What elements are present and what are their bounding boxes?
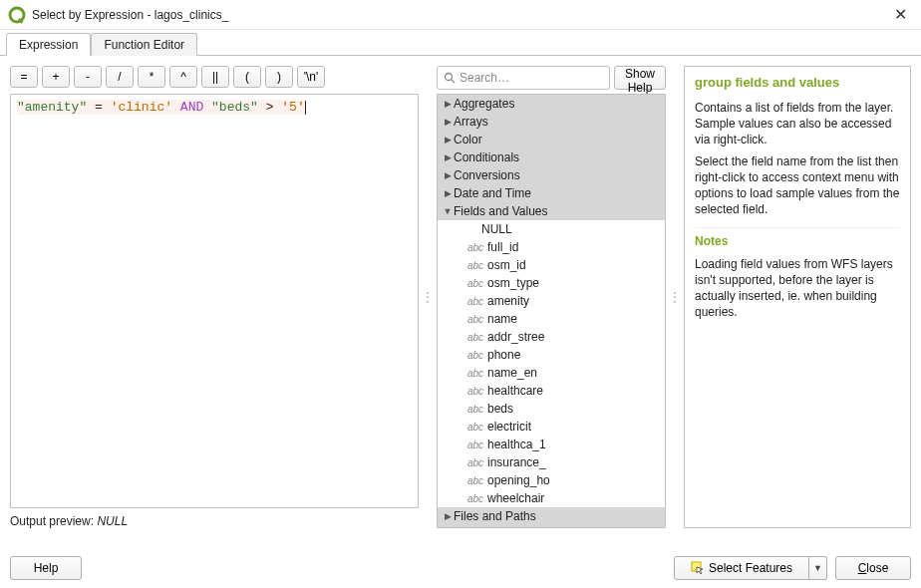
tree-field-item[interactable]: abcname bbox=[438, 310, 665, 328]
svg-line-3 bbox=[452, 80, 455, 83]
op-minus[interactable]: - bbox=[74, 66, 102, 88]
select-features-button[interactable]: Select Features bbox=[674, 556, 809, 580]
op-newline[interactable]: '\n' bbox=[297, 66, 325, 88]
left-pane: = + - / * ^ || ( ) '\n' "amenity" = 'cli… bbox=[10, 66, 419, 528]
tree-label: osm_id bbox=[487, 258, 526, 272]
tree-label: Fields and Values bbox=[454, 204, 548, 218]
tabbar: Expression Function Editor bbox=[0, 32, 921, 56]
tree-label: Conversions bbox=[454, 168, 520, 182]
tree-field-item[interactable]: abcname_en bbox=[438, 364, 665, 382]
tree-group[interactable]: ▶Color bbox=[438, 131, 665, 148]
tab-function-editor[interactable]: Function Editor bbox=[91, 33, 197, 56]
tree-field-item[interactable]: abcamenity bbox=[438, 292, 665, 310]
tree-field-item[interactable]: abcfull_id bbox=[438, 238, 665, 256]
tree-group[interactable]: ▶Aggregates bbox=[438, 95, 665, 113]
window-title: Select by Expression - lagos_clinics_ bbox=[32, 8, 228, 22]
field-type-abc: abc bbox=[465, 296, 487, 307]
tree-label: Files and Paths bbox=[454, 509, 536, 523]
expr-token: '5' bbox=[281, 100, 304, 115]
middle-pane: Show Help ▶Aggregates▶Arrays▶Color▶Condi… bbox=[437, 66, 666, 528]
tree-label: name bbox=[487, 312, 517, 326]
expr-token: > bbox=[258, 100, 281, 115]
function-tree[interactable]: ▶Aggregates▶Arrays▶Color▶Conditionals▶Co… bbox=[437, 94, 666, 528]
tree-label: Conditionals bbox=[454, 150, 519, 164]
chevron-right-icon: ▶ bbox=[442, 117, 454, 127]
chevron-right-icon: ▶ bbox=[442, 170, 454, 180]
splitter-right[interactable]: ⋮ bbox=[672, 66, 678, 528]
tree-field-item[interactable]: abcphone bbox=[438, 346, 665, 364]
field-type-abc: abc bbox=[465, 242, 487, 253]
titlebar: Select by Expression - lagos_clinics_ ✕ bbox=[0, 0, 921, 30]
op-divide[interactable]: / bbox=[106, 66, 134, 88]
tab-expression[interactable]: Expression bbox=[6, 33, 91, 56]
tree-label: insurance_ bbox=[487, 455, 546, 469]
expr-token: "amenity" bbox=[17, 100, 87, 115]
tree-field-item[interactable]: abcosm_type bbox=[438, 274, 665, 292]
help-notes: Loading field values from WFS layers isn… bbox=[695, 256, 900, 320]
select-features-label: Select Features bbox=[709, 561, 792, 575]
tree-field-item[interactable]: abchealthcare bbox=[438, 382, 665, 400]
tree-group[interactable]: ▶Date and Time bbox=[438, 184, 665, 202]
field-type-abc: abc bbox=[465, 278, 487, 289]
help-button[interactable]: Help bbox=[10, 556, 82, 580]
tree-field-item[interactable]: abcbeds bbox=[438, 400, 665, 418]
op-multiply[interactable]: * bbox=[138, 66, 165, 88]
tree-field-item[interactable]: abcopening_ho bbox=[438, 471, 665, 489]
chevron-down-icon: ▼ bbox=[813, 563, 822, 573]
tree-group[interactable]: ▼Fields and Values bbox=[438, 202, 665, 220]
op-concat[interactable]: || bbox=[201, 66, 229, 88]
tree-group[interactable]: ▶Conversions bbox=[438, 166, 665, 184]
preview-value: NULL bbox=[97, 514, 128, 528]
op-equals[interactable]: = bbox=[10, 66, 38, 88]
expr-token: "beds" bbox=[211, 100, 258, 115]
tree-label: Date and Time bbox=[454, 186, 531, 200]
tree-label: name_en bbox=[487, 366, 537, 380]
tree-label: amenity bbox=[487, 294, 529, 308]
search-field-wrap[interactable] bbox=[437, 66, 610, 90]
chevron-down-icon: ▼ bbox=[442, 206, 454, 216]
tree-group[interactable]: ▶Arrays bbox=[438, 113, 665, 131]
output-preview: Output preview: NULL bbox=[10, 514, 419, 528]
show-help-button[interactable]: Show Help bbox=[614, 66, 666, 90]
chevron-right-icon: ▶ bbox=[442, 188, 454, 198]
op-lparen[interactable]: ( bbox=[233, 66, 261, 88]
tree-field-item[interactable]: abcinsurance_ bbox=[438, 453, 665, 471]
help-paragraph: Select the field name from the list then… bbox=[695, 153, 900, 217]
chevron-right-icon: ▶ bbox=[442, 152, 454, 162]
op-rparen[interactable]: ) bbox=[265, 66, 293, 88]
field-type-abc: abc bbox=[465, 475, 487, 486]
help-notes-heading: Notes bbox=[695, 227, 900, 248]
tree-field-item[interactable]: abcosm_id bbox=[438, 256, 665, 274]
tree-label: healthcare bbox=[487, 384, 543, 398]
tree-label: electricit bbox=[487, 420, 531, 434]
tree-field-item[interactable]: abchealthca_1 bbox=[438, 436, 665, 453]
splitter-left[interactable]: ⋮ bbox=[425, 66, 431, 528]
expression-editor[interactable]: "amenity" = 'clinic' AND "beds" > '5' bbox=[10, 94, 419, 508]
tree-label: phone bbox=[487, 348, 520, 362]
field-type-abc: abc bbox=[465, 350, 487, 361]
help-pane: group fields and values Contains a list … bbox=[684, 66, 911, 528]
field-type-abc: abc bbox=[465, 260, 487, 271]
tree-label: Arrays bbox=[454, 115, 488, 129]
tree-field-item[interactable]: abcwheelchair bbox=[438, 489, 665, 507]
field-type-abc: abc bbox=[465, 493, 487, 504]
window-close-button[interactable]: ✕ bbox=[888, 3, 913, 26]
tree-label: beds bbox=[487, 402, 513, 416]
tree-group[interactable]: ▶Files and Paths bbox=[438, 507, 665, 525]
tree-group[interactable]: ▶Fuzzy Matching bbox=[438, 525, 665, 528]
field-type-abc: abc bbox=[465, 386, 487, 397]
select-features-dropdown[interactable]: ▼ bbox=[809, 556, 827, 580]
help-title: group fields and values bbox=[695, 75, 900, 90]
tree-null-item[interactable]: NULL bbox=[438, 220, 665, 238]
tree-group[interactable]: ▶Conditionals bbox=[438, 148, 665, 166]
expr-token: AND bbox=[172, 100, 211, 115]
tree-field-item[interactable]: abcaddr_stree bbox=[438, 328, 665, 346]
tree-field-item[interactable]: abcelectricit bbox=[438, 418, 665, 436]
select-features-icon bbox=[691, 561, 705, 575]
op-caret[interactable]: ^ bbox=[169, 66, 197, 88]
app-icon bbox=[8, 6, 26, 24]
close-button[interactable]: Close bbox=[835, 556, 911, 580]
op-plus[interactable]: + bbox=[42, 66, 70, 88]
preview-label: Output preview: bbox=[10, 514, 97, 528]
search-input[interactable] bbox=[460, 71, 609, 85]
